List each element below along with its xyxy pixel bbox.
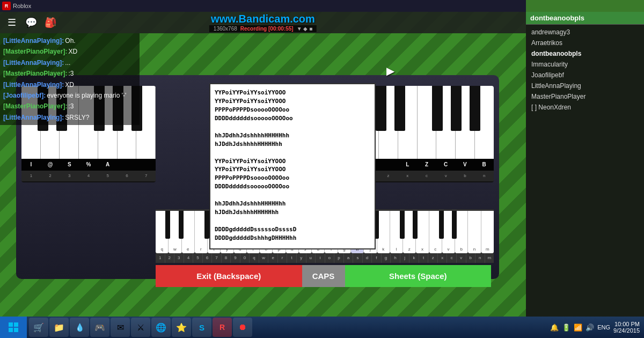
right-key-label: L	[398, 159, 417, 171]
roblox-topbar: ☰ 💬 🎒	[0, 12, 526, 33]
title-bar-left: R Roblox	[2, 2, 31, 10]
language-indicator: ENG	[597, 324, 610, 330]
taskbar-dropbox-app[interactable]: 💧	[70, 318, 89, 337]
clock-date: 9/24/2015	[613, 327, 640, 334]
taskbar-skype-app[interactable]: S	[192, 318, 211, 337]
player-name: Joaofilipebf	[531, 71, 564, 79]
player-name: MasterPianoPlayer	[531, 93, 586, 100]
taskbar-sword-app[interactable]: ⚔	[131, 318, 150, 337]
chat-icon[interactable]: 💬	[24, 15, 39, 30]
chat-line: [LittleAnnaPlaying]: ...	[3, 57, 136, 68]
windows-logo-icon	[8, 322, 19, 333]
right-key-label: B	[474, 159, 494, 171]
chat-line: [MasterPianoPlayer]: XD	[3, 46, 136, 57]
svg-rect-0	[9, 322, 13, 327]
player-name: dontbeanoobpls	[531, 50, 581, 57]
player-name: LittleAnnaPlaying	[531, 82, 581, 90]
notification-icon: 🔔	[550, 324, 559, 332]
title-bar: R Roblox ─ □ ✕	[0, 0, 526, 12]
exit-button[interactable]: Exit (Backspace)	[156, 265, 302, 287]
left-key-label: I	[21, 159, 41, 171]
chat-line: [MasterPianoPlayer]: :3	[3, 68, 136, 79]
menu-icon[interactable]: ☰	[4, 15, 19, 30]
player-list: andrewnagy3 Arraetrikos dontbeanoobpls I…	[526, 25, 644, 115]
taskbar-game-app[interactable]: 🎮	[90, 318, 109, 337]
sheets-button[interactable]: Sheets (Space)	[345, 265, 492, 287]
player-item: Arraetrikos	[526, 38, 644, 48]
taskbar-star-app[interactable]: ⭐	[172, 318, 191, 337]
player-item: andrewnagy3	[526, 27, 644, 38]
taskbar-store-app[interactable]: 🛒	[29, 318, 48, 337]
roblox-icon: R	[2, 2, 11, 10]
player-item: Joaofilipebf	[526, 70, 644, 80]
svg-rect-1	[14, 322, 18, 327]
taskbar-system-tray: 🔔 🔋 📶 🔊 ENG 10:00 PM 9/24/2015	[550, 321, 644, 334]
chat-panel: [LittleAnnaPlaying]: Oh. [MasterPianoPla…	[0, 33, 140, 125]
caps-button[interactable]: CAPS	[302, 265, 345, 287]
right-key-label: Z	[417, 159, 436, 171]
current-player-name: dontbeanoobpls	[526, 12, 644, 25]
game-area: R Roblox ─ □ ✕ www.Bandicam.com 1360x768…	[0, 0, 526, 317]
sheet-music-text: YYPoiYYPoiYYsoiYYOOO YYPoiYYPoiYYsoiYYOO…	[215, 89, 370, 249]
player-name: Immacularity	[531, 61, 568, 68]
player-name: Arraetrikos	[531, 39, 562, 47]
left-key-label: A	[98, 159, 118, 171]
taskbar-roblox-app[interactable]: R	[213, 318, 232, 337]
chat-line: [LittleAnnaPlaying]: Oh.	[3, 35, 136, 46]
player-name: [ ] NeonXdren	[531, 104, 571, 111]
chat-line: [LittleAnnaPlaying]: SRSLY?	[3, 112, 136, 123]
player-name: andrewnagy3	[531, 28, 570, 36]
svg-rect-2	[9, 328, 13, 332]
window-title: Roblox	[13, 3, 31, 9]
right-key-label: C	[436, 159, 456, 171]
taskbar-mail-app[interactable]: ✉	[111, 318, 130, 337]
taskbar-files-app[interactable]: 📁	[49, 318, 69, 337]
start-button[interactable]	[0, 317, 27, 338]
right-key-label: V	[456, 159, 475, 171]
taskbar-clock: 10:00 PM 9/24/2015	[613, 321, 640, 334]
volume-icon: 🔊	[586, 324, 594, 332]
chat-line: [MasterPianoPlayer]: :3	[3, 101, 136, 112]
backpack-icon[interactable]: 🎒	[43, 15, 58, 30]
svg-rect-3	[14, 328, 18, 332]
sheet-music-display: YYPoiYYPoiYYsoiYYOOO YYPoiYYPoiYYsoiYYOO…	[209, 83, 376, 249]
chat-line: [Joaofilipebf]: everyone is playing mari…	[3, 90, 136, 101]
clock-time: 10:00 PM	[614, 321, 640, 327]
taskbar-record-app[interactable]: ⏺	[233, 318, 252, 337]
piano-control-buttons: Exit (Backspace) CAPS Sheets (Space)	[156, 265, 491, 287]
taskbar: 🛒 📁 💧 🎮 ✉ ⚔ 🌐 ⭐ S R ⏺ 🔔 🔋 📶 🔊 ENG 10:00 …	[0, 317, 644, 338]
player-item: [ ] NeonXdren	[526, 102, 644, 113]
player-item: LittleAnnaPlaying	[526, 80, 644, 91]
player-item: Immacularity	[526, 59, 644, 70]
chat-line: [LittleAnnaPlaying]: XD	[3, 79, 136, 90]
taskbar-chrome-app[interactable]: 🌐	[151, 318, 171, 337]
player-item-self: dontbeanoobpls	[526, 48, 644, 59]
left-key-label: @	[41, 159, 60, 171]
piano-keys-right: L Z C V B l z x c v b n	[360, 86, 494, 182]
battery-icon: 🔋	[562, 324, 570, 332]
taskbar-apps: 🛒 📁 💧 🎮 ✉ ⚔ 🌐 ⭐ S R ⏺	[27, 318, 550, 337]
player-item: MasterPianoPlayer	[526, 91, 644, 102]
left-key-label: S	[60, 159, 79, 171]
player-sidebar: dontbeanoobpls andrewnagy3 Arraetrikos d…	[526, 12, 644, 317]
left-key-label: %	[79, 159, 98, 171]
wifi-icon: 📶	[574, 324, 582, 332]
